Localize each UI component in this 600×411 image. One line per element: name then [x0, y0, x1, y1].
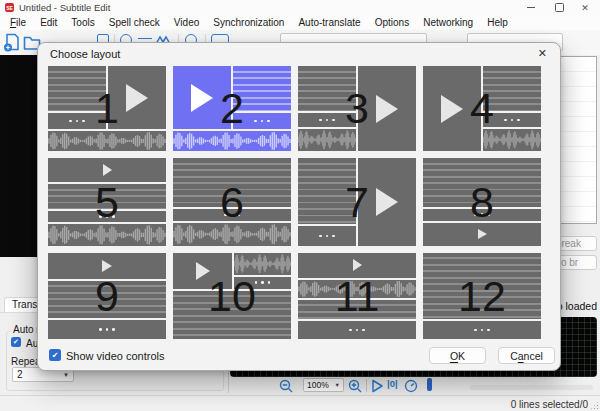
mini-list-block [48, 184, 166, 208]
dialog-footer: ✔ Show video controls OK Cancel [49, 347, 552, 365]
mini-video-block [358, 66, 416, 151]
menu-item-help[interactable]: Help [480, 17, 515, 28]
mini-video-block [358, 158, 416, 246]
mini-toolbar-block [298, 226, 356, 246]
mini-video-block [173, 66, 231, 129]
mini-video-block [173, 253, 232, 289]
waveform-position-marker[interactable] [427, 378, 432, 391]
layout-option-11[interactable]: 11 [298, 253, 416, 339]
dialog-close-icon[interactable]: ✕ [538, 47, 547, 60]
toolbar-icon-replace[interactable] [138, 38, 152, 41]
mini-wave-block [48, 224, 166, 246]
mini-toolbar-block [423, 209, 541, 221]
waveform-zoom-value: 100% [307, 380, 329, 390]
layout-option-2[interactable]: 2 [173, 66, 291, 151]
mini-wave-block [48, 131, 166, 151]
mini-toolbar-block [48, 211, 166, 223]
cancel-button[interactable]: Cancel [498, 347, 555, 364]
mini-toolbar-block [234, 277, 291, 289]
mini-video-block [108, 66, 166, 129]
resize-grip[interactable] [590, 401, 599, 410]
maximize-button[interactable] [548, 0, 570, 15]
layout-option-4[interactable]: 4 [423, 66, 541, 151]
mini-video-block [423, 223, 541, 246]
mini-wave-block [298, 129, 356, 151]
choose-layout-dialog: Choose layout ✕ 123456789101112 ✔ Show v… [37, 42, 561, 371]
layout-option-7[interactable]: 7 [298, 158, 416, 246]
mini-toolbar-block [483, 113, 541, 128]
mini-toolbar-block [298, 113, 356, 128]
menu-item-tools[interactable]: Tools [64, 17, 101, 28]
layout-option-10[interactable]: 10 [173, 253, 291, 339]
chevron-down-icon: ▼ [335, 382, 340, 388]
playback-speed-icon[interactable] [404, 379, 418, 393]
mini-toolbar-block [298, 321, 416, 339]
title-bar: SE Untitled - Subtitle Edit ✕ [0, 0, 600, 15]
ok-button[interactable]: OK [429, 347, 486, 364]
mini-list-block [298, 158, 356, 224]
layout-option-9[interactable]: 9 [48, 253, 166, 339]
layout-option-8[interactable]: 8 [423, 158, 541, 246]
mini-toolbar-block [48, 113, 106, 130]
auto-repeat-checkbox[interactable]: ✔ [11, 337, 21, 347]
mini-list-block [173, 158, 291, 207]
menu-item-options[interactable]: Options [368, 17, 416, 28]
menu-item-spell-check[interactable]: Spell check [102, 17, 167, 28]
layout-option-3[interactable]: 3 [298, 66, 416, 151]
layout-option-12[interactable]: 12 [423, 253, 541, 339]
waveform-play-button[interactable] [371, 379, 384, 393]
mini-wave-block [173, 223, 291, 246]
status-text: 0 lines selected/0 [511, 399, 588, 410]
layout-option-1[interactable]: 1 [48, 66, 166, 151]
window-close-button[interactable]: ✕ [574, 0, 596, 15]
show-video-controls-checkbox[interactable]: ✔ [49, 349, 61, 361]
app-logo-icon: SE [5, 3, 14, 12]
toolbar-separator [366, 379, 367, 392]
mini-toolbar-block [173, 209, 291, 222]
mini-list-block [48, 281, 166, 319]
minimize-button[interactable] [520, 0, 542, 15]
mini-video-block [423, 66, 481, 151]
dialog-title: Choose layout [50, 48, 120, 60]
mini-wave-block [234, 253, 291, 275]
mini-video-block [298, 253, 416, 278]
zoom-in-icon[interactable] [348, 379, 362, 393]
waveform-toolbar: 100% ▼ |0| [230, 377, 600, 395]
mini-video-block [48, 253, 166, 279]
menu-item-video[interactable]: Video [167, 17, 206, 28]
menu-item-edit[interactable]: Edit [33, 17, 64, 28]
mini-wave-block [483, 129, 541, 151]
status-bar: 0 lines selected/0 [0, 395, 600, 411]
mini-wave-block [173, 131, 291, 151]
mini-list-block [298, 66, 356, 111]
layout-option-5[interactable]: 5 [48, 158, 166, 246]
mini-video-block [48, 158, 166, 182]
mini-list-block [298, 300, 416, 319]
repeat-count-value: 2 [17, 369, 23, 380]
menu-bar: FileEditToolsSpell checkVideoSynchroniza… [0, 15, 600, 30]
new-subtitle-icon[interactable] [3, 33, 21, 52]
mini-list-block [483, 66, 541, 111]
layout-grid: 123456789101112 [48, 66, 541, 339]
waveform-zoom-combobox[interactable]: 100% ▼ [303, 378, 344, 392]
mini-list-block [423, 158, 541, 207]
show-video-controls-label: Show video controls [66, 350, 164, 362]
mini-toolbar-block [48, 320, 166, 339]
mini-list-block [233, 66, 291, 111]
layout-option-6[interactable]: 6 [173, 158, 291, 246]
menu-item-auto-translate[interactable]: Auto-translate [291, 17, 367, 28]
mini-toolbar-block [233, 113, 291, 130]
reset-position-button[interactable]: |0| [387, 378, 398, 389]
window-title: Untitled - Subtitle Edit [19, 2, 110, 13]
menu-item-file[interactable]: File [3, 17, 33, 28]
mini-wave-block [298, 280, 416, 298]
mini-toolbar-block [423, 321, 541, 339]
chevron-down-icon: ▼ [63, 372, 69, 378]
mini-list-block [173, 291, 291, 340]
menu-item-networking[interactable]: Networking [416, 17, 480, 28]
zoom-out-icon[interactable] [279, 379, 293, 393]
mini-list-block [48, 66, 106, 111]
mini-list-block [423, 253, 541, 319]
menu-item-synchronization[interactable]: Synchronization [206, 17, 291, 28]
